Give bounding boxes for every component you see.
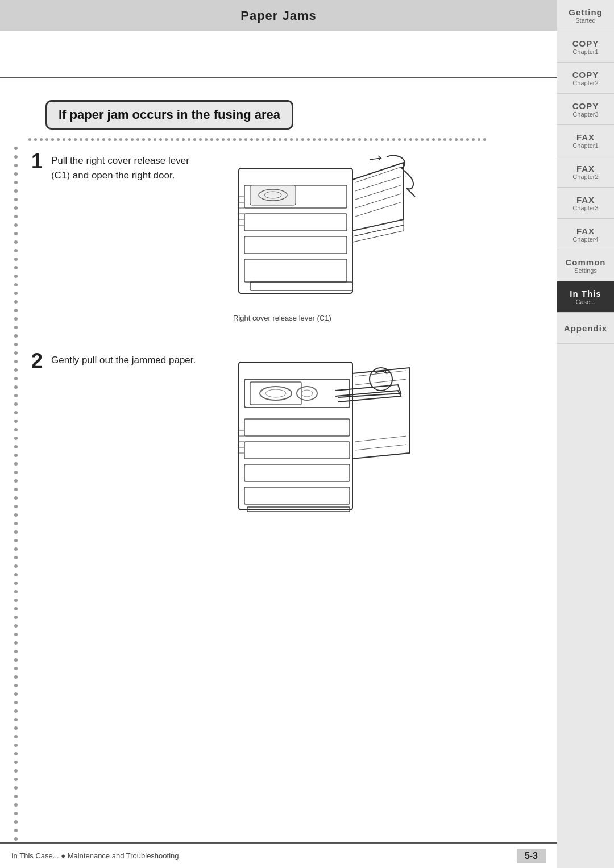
sidebar-sublabel-5: Chapter2	[572, 173, 598, 180]
sidebar-item-5[interactable]: FAXChapter2	[557, 156, 614, 188]
step-2-image-area	[233, 351, 546, 533]
sidebar-item-9[interactable]: In ThisCase...	[557, 281, 614, 313]
svg-point-23	[260, 387, 292, 400]
step-2-number: 2	[31, 351, 43, 371]
sidebar-sublabel-8: Settings	[574, 267, 597, 274]
horizontal-dots-separator	[28, 138, 489, 141]
page-number: 5-3	[517, 849, 546, 863]
step-1-caption: Right cover release lever (C1)	[233, 314, 331, 322]
svg-line-6	[355, 167, 401, 182]
sidebar-label-6: FAX	[576, 195, 595, 205]
svg-line-7	[355, 177, 401, 191]
sidebar-label-4: FAX	[576, 132, 595, 142]
sidebar-item-2[interactable]: COPYChapter2	[557, 63, 614, 94]
header-bar: Paper Jams	[0, 0, 557, 31]
svg-rect-11	[250, 185, 296, 205]
left-dots-column	[0, 146, 31, 868]
footer-text: In This Case... ● Maintenance and Troubl…	[11, 852, 179, 860]
sidebar-sublabel-9: Case...	[576, 298, 596, 305]
sidebar-item-4[interactable]: FAXChapter1	[557, 125, 614, 156]
sidebar-item-3[interactable]: COPYChapter3	[557, 94, 614, 125]
sidebar-label-1: COPY	[572, 39, 599, 48]
content-area: 1 Pull the right cover release lever (C1…	[0, 146, 557, 868]
svg-line-38	[355, 436, 406, 442]
sidebar-item-8[interactable]: CommonSettings	[557, 250, 614, 281]
sidebar-label-0: Getting	[569, 7, 603, 17]
step-2: 2 Gently pull out the jammed paper.	[31, 345, 546, 538]
sidebar-label-3: COPY	[572, 101, 599, 111]
sidebar-item-1[interactable]: COPYChapter1	[557, 31, 614, 63]
sidebar-item-6[interactable]: FAXChapter3	[557, 188, 614, 219]
svg-rect-29	[244, 464, 350, 481]
svg-point-25	[297, 387, 317, 400]
sidebar-item-10[interactable]: Appendix	[557, 313, 614, 344]
svg-point-26	[301, 390, 313, 397]
section-title: If paper jam occurs in the fusing area	[59, 107, 280, 122]
step-1-image-area: Right cover release lever (C1)	[233, 151, 546, 322]
sidebar-item-7[interactable]: FAXChapter4	[557, 219, 614, 250]
step-1: 1 Pull the right cover release lever (C1…	[31, 146, 546, 328]
step-2-text: Gently pull out the jammed paper.	[51, 353, 210, 368]
sidebar-sublabel-6: Chapter3	[572, 205, 598, 211]
svg-line-37	[355, 379, 406, 385]
sidebar-sublabel-4: Chapter1	[572, 142, 598, 149]
svg-line-8	[355, 185, 401, 200]
sidebar-label-8: Common	[566, 258, 606, 267]
svg-line-9	[355, 194, 401, 208]
svg-rect-27	[244, 419, 350, 436]
sidebar-label-9: In This	[570, 289, 601, 298]
sidebar-label-2: COPY	[572, 70, 599, 80]
sidebar-sublabel-3: Chapter3	[572, 111, 598, 118]
sidebar-label-10: Appendix	[564, 323, 607, 333]
sidebar-sublabel-7: Chapter4	[572, 236, 598, 243]
footer: In This Case... ● Maintenance and Troubl…	[0, 842, 557, 868]
svg-rect-4	[244, 259, 347, 282]
sidebar-sublabel-2: Chapter2	[572, 80, 598, 86]
step-2-illustration	[233, 351, 426, 533]
step-1-illustration	[233, 151, 426, 310]
steps-content: 1 Pull the right cover release lever (C1…	[31, 146, 557, 868]
page: Paper Jams If paper jam occurs in the fu…	[0, 0, 557, 868]
sidebar-sublabel-0: Started	[575, 17, 595, 24]
svg-rect-28	[244, 442, 350, 459]
sidebar-item-0[interactable]: GettingStarted	[557, 0, 614, 31]
svg-rect-30	[244, 487, 350, 504]
svg-point-24	[265, 389, 286, 397]
svg-line-39	[355, 445, 406, 450]
divider	[0, 77, 557, 78]
svg-line-10	[355, 202, 401, 217]
svg-rect-5	[250, 282, 352, 290]
step-1-text: Pull the right cover release lever (C1) …	[51, 153, 210, 182]
svg-rect-2	[244, 214, 347, 231]
sidebar-label-7: FAX	[576, 226, 595, 236]
sidebar-sublabel-1: Chapter1	[572, 48, 598, 55]
page-title: Paper Jams	[240, 9, 317, 23]
svg-rect-3	[244, 236, 347, 254]
sidebar-label-5: FAX	[576, 164, 595, 173]
right-sidebar: GettingStartedCOPYChapter1COPYChapter2CO…	[557, 0, 614, 868]
svg-rect-22	[250, 382, 301, 405]
step-1-number: 1	[31, 151, 43, 172]
section-title-box: If paper jam occurs in the fusing area	[45, 100, 293, 130]
